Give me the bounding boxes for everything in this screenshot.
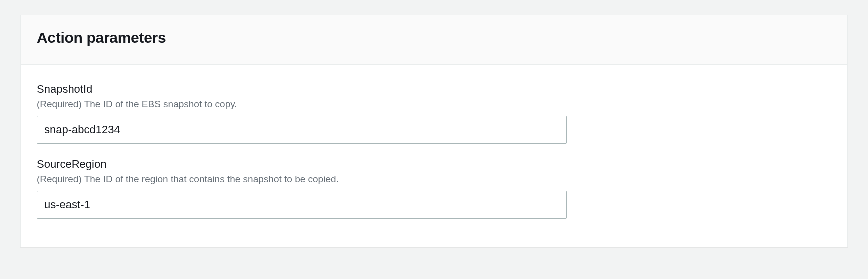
panel-title: Action parameters [37, 30, 831, 46]
snapshot-id-input[interactable] [37, 116, 567, 144]
panel-body: SnapshotId (Required) The ID of the EBS … [21, 65, 847, 247]
panel-header: Action parameters [21, 16, 847, 65]
field-source-region: SourceRegion (Required) The ID of the re… [37, 158, 831, 219]
source-region-label: SourceRegion [37, 158, 831, 171]
snapshot-id-label: SnapshotId [37, 83, 831, 96]
field-snapshot-id: SnapshotId (Required) The ID of the EBS … [37, 83, 831, 144]
source-region-description: (Required) The ID of the region that con… [37, 174, 831, 185]
snapshot-id-description: (Required) The ID of the EBS snapshot to… [37, 99, 831, 110]
action-parameters-panel: Action parameters SnapshotId (Required) … [20, 15, 848, 248]
source-region-input[interactable] [37, 191, 567, 219]
